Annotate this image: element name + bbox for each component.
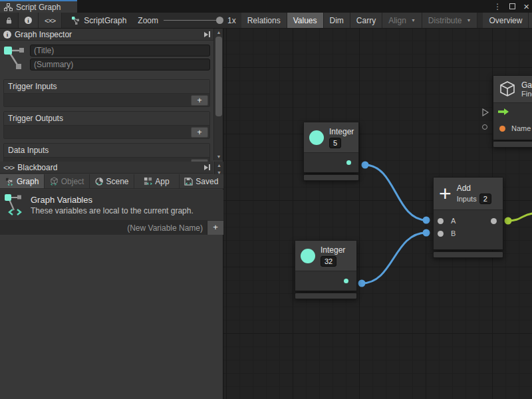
add-trigger-output-button[interactable]: + [191,127,208,138]
saved-tab-icon [184,177,193,186]
integer-value-field[interactable]: 32 [321,256,336,267]
dock-panel-icon[interactable] [204,164,210,170]
node-gameobject-find[interactable]: GameObject Find Name [493,75,532,140]
graph-node-icon [3,45,26,72]
node-integer-32[interactable]: Integer 32 [295,240,357,291]
toolbar-button-fullscreen[interactable]: Full Screen [529,13,532,28]
inputs-label: Inputs [457,195,477,203]
lock-button[interactable] [0,13,19,28]
new-variable-input[interactable] [0,221,207,235]
node-subtitle: Find [521,90,532,98]
hierarchy-icon [4,3,13,11]
node-title: Integer [329,127,354,136]
scrollbar-thumb[interactable] [215,37,222,116]
toolbar-button-distribute[interactable]: Distribute▼ [422,13,478,28]
tab-title: Script Graph [16,3,61,12]
close-icon[interactable]: × [523,1,529,11]
output-port[interactable] [346,160,351,165]
wire-integer5-to-a[interactable] [365,165,426,220]
graph-inspector-body: Trigger Inputs + Trigger Outputs + Data … [0,41,213,171]
inspector-scrollbar[interactable]: ▲ ▼ [213,29,223,160]
value-port-outline-icon[interactable] [482,124,487,130]
node-footer [295,293,357,299]
tab-graph[interactable]: Graph [0,174,45,188]
toolbar-button-values[interactable]: Values [287,13,324,28]
breadcrumb-label: ScriptGraph [84,16,126,25]
new-variable-row: + [0,221,223,235]
inspector-toggle-button[interactable]: i [19,13,39,28]
node-footer [433,251,503,258]
section-list: + [4,125,209,138]
wire-add-output[interactable] [508,213,532,221]
section-label: Trigger Outputs [4,112,209,125]
integer-type-icon [301,249,315,263]
side-panel: i Graph Inspector ▲ ▼ [0,29,223,399]
zoom-slider[interactable] [164,20,222,21]
toolbar-button-carry[interactable]: Carry [350,13,382,28]
chevron-down-icon: ▼ [467,18,471,23]
dock-panel-icon[interactable] [204,31,210,37]
section-label: Data Inputs [4,144,209,157]
node-footer [303,174,359,181]
input-port-name[interactable] [499,126,505,132]
scroll-up-icon[interactable]: ▲ [214,29,223,36]
integer-type-icon [309,130,324,145]
graph-canvas[interactable]: Integer 5 Integer 32 [223,29,532,399]
node-integer-5[interactable]: Integer 5 [303,122,359,173]
node-title: Add [457,184,471,193]
add-variable-button[interactable]: + [207,221,223,235]
graph-toolbar: i <×> ScriptGraph Zoom 1x Relations Valu… [0,13,532,29]
trigger-port-outline-icon[interactable] [481,108,489,116]
blackboard-header: <×> Blackboard ▲ ▼ [0,162,223,174]
toolbar-button-overview[interactable]: Overview [483,13,529,28]
graph-variables-icon [4,193,24,218]
summary-field[interactable] [30,59,210,70]
zoom-label: Zoom [138,16,158,25]
input-port-a[interactable] [438,218,444,224]
add-trigger-input-button[interactable]: + [191,95,208,106]
scriptgraph-icon [71,16,81,25]
port-b-label: B [451,229,456,237]
wire-integer32-to-b[interactable] [362,233,426,283]
integer-value-field[interactable]: 5 [329,138,341,148]
output-port[interactable] [344,279,348,283]
node-add[interactable]: + Add Inputs 2 A B [433,177,503,250]
code-icon: <×> [3,164,14,172]
node-title: Integer [321,245,345,255]
add-operator-icon: + [439,186,452,201]
flow-arrow-icon[interactable] [498,108,509,115]
inputs-count-field[interactable]: 2 [479,194,491,204]
tab-script-graph[interactable]: Script Graph [0,0,77,13]
info-icon: i [3,31,11,39]
wire-endpoint[interactable] [423,217,430,224]
title-field[interactable] [30,45,210,57]
script-graph-window: Script Graph ⋮ × i <×> [0,0,532,399]
tab-app[interactable]: App [134,174,179,188]
chevron-down-icon: ▼ [411,18,416,23]
wire-endpoint[interactable] [362,162,369,169]
input-port-b[interactable] [438,231,444,237]
scroll-up-icon[interactable]: ▲ [215,162,223,169]
wire-endpoint[interactable] [423,229,430,237]
object-tab-icon [50,177,59,186]
toolbar-button-align[interactable]: Align▼ [382,13,422,28]
tab-object[interactable]: Object [45,174,89,188]
window-menu-icon[interactable]: ⋮ [493,2,501,11]
scroll-down-icon[interactable]: ▼ [214,153,223,160]
tab-saved[interactable]: Saved [180,174,223,188]
breadcrumb-scriptgraph[interactable]: ScriptGraph [62,13,132,28]
blackboard-toggle-button[interactable]: <×> [39,13,62,28]
wire-endpoint[interactable] [358,280,366,287]
toolbar-button-dim[interactable]: Dim [324,13,350,28]
lock-icon [6,17,12,25]
zoom-slider-knob[interactable] [216,17,223,24]
code-icon: <×> [45,17,55,25]
info-icon: i [25,17,32,24]
graph-tab-icon [5,178,14,186]
node-footer [493,141,532,148]
toolbar-button-relations[interactable]: Relations [241,13,287,28]
tab-scene[interactable]: Scene [90,174,134,188]
output-port[interactable] [491,218,497,224]
maximize-icon[interactable] [509,3,515,9]
wire-endpoint[interactable] [505,217,512,225]
